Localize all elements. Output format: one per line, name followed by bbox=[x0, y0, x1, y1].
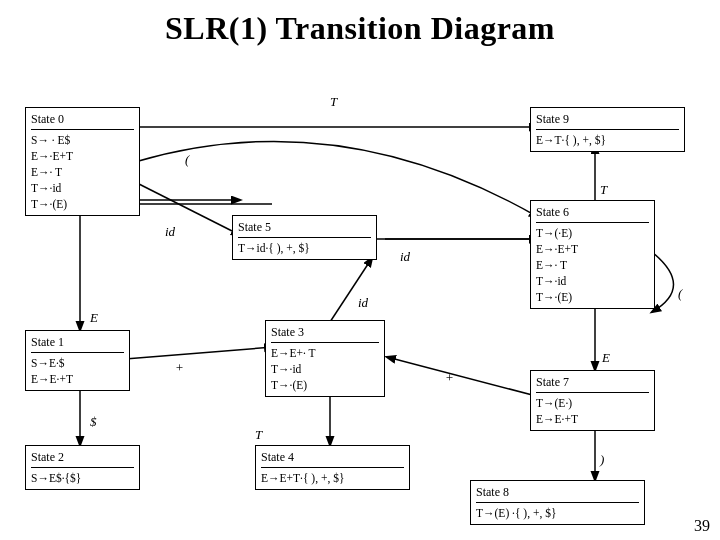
svg-line-7 bbox=[330, 258, 372, 322]
state8-content: T→(E) ·{ ), +, $} bbox=[476, 505, 639, 521]
state-box-7: State 7 T→(E·) E→E·+T bbox=[530, 370, 655, 431]
page: SLR(1) Transition Diagram bbox=[0, 0, 720, 540]
label-E-s1: E bbox=[90, 310, 98, 326]
state-box-3: State 3 E→E+· T T→·id T→·(E) bbox=[265, 320, 385, 397]
state9-title: State 9 bbox=[536, 111, 679, 130]
state8-title: State 8 bbox=[476, 484, 639, 503]
state-box-9: State 9 E→T·{ ), +, $} bbox=[530, 107, 685, 152]
state1-title: State 1 bbox=[31, 334, 124, 353]
label-T-s6: T bbox=[600, 182, 607, 198]
state9-content: E→T·{ ), +, $} bbox=[536, 132, 679, 148]
svg-line-5 bbox=[125, 347, 273, 359]
state-box-5: State 5 T→id·{ ), +, $} bbox=[232, 215, 377, 260]
diagram-area: State 0 S→ · E$ E→·E+T E→· T T→·id T→·(E… bbox=[10, 52, 710, 532]
state4-title: State 4 bbox=[261, 449, 404, 468]
page-number: 39 bbox=[694, 517, 710, 535]
label-close-paren: ) bbox=[600, 452, 604, 468]
label-T-top: T bbox=[330, 94, 337, 110]
state-box-2: State 2 S→E$·{$} bbox=[25, 445, 140, 490]
label-dollar: $ bbox=[90, 414, 97, 430]
state3-content: E→E+· T T→·id T→·(E) bbox=[271, 345, 379, 393]
state-box-8: State 8 T→(E) ·{ ), +, $} bbox=[470, 480, 645, 525]
state2-title: State 2 bbox=[31, 449, 134, 468]
label-T-s4: T bbox=[255, 427, 262, 443]
state5-content: T→id·{ ), +, $} bbox=[238, 240, 371, 256]
svg-line-3 bbox=[135, 182, 240, 235]
label-E-s7: E bbox=[602, 350, 610, 366]
state0-title: State 0 bbox=[31, 111, 134, 130]
state7-content: T→(E·) E→E·+T bbox=[536, 395, 649, 427]
state3-title: State 3 bbox=[271, 324, 379, 343]
state5-title: State 5 bbox=[238, 219, 371, 238]
state-box-1: State 1 S→E·$ E→E·+T bbox=[25, 330, 130, 391]
state6-content: T→(·E) E→·E+T E→· T T→·id T→·(E) bbox=[536, 225, 649, 305]
state0-content: S→ · E$ E→·E+T E→· T T→·id T→·(E) bbox=[31, 132, 134, 212]
label-plus-s7: + bbox=[445, 370, 454, 386]
state6-title: State 6 bbox=[536, 204, 649, 223]
label-open-paren-2: ( bbox=[678, 286, 682, 302]
state1-content: S→E·$ E→E·+T bbox=[31, 355, 124, 387]
page-title: SLR(1) Transition Diagram bbox=[10, 10, 710, 47]
state4-content: E→E+T·{ ), +, $} bbox=[261, 470, 404, 486]
label-id-s3: id bbox=[358, 295, 368, 311]
state7-title: State 7 bbox=[536, 374, 649, 393]
label-id-2: id bbox=[400, 249, 410, 265]
state-box-0: State 0 S→ · E$ E→·E+T E→· T T→·id T→·(E… bbox=[25, 107, 140, 216]
label-plus-s3: + bbox=[175, 360, 184, 376]
state2-content: S→E$·{$} bbox=[31, 470, 134, 486]
label-open-paren-1: ( bbox=[185, 152, 189, 168]
state-box-4: State 4 E→E+T·{ ), +, $} bbox=[255, 445, 410, 490]
label-id-1: id bbox=[165, 224, 175, 240]
state-box-6: State 6 T→(·E) E→·E+T E→· T T→·id T→·(E) bbox=[530, 200, 655, 309]
svg-line-11 bbox=[387, 357, 540, 397]
